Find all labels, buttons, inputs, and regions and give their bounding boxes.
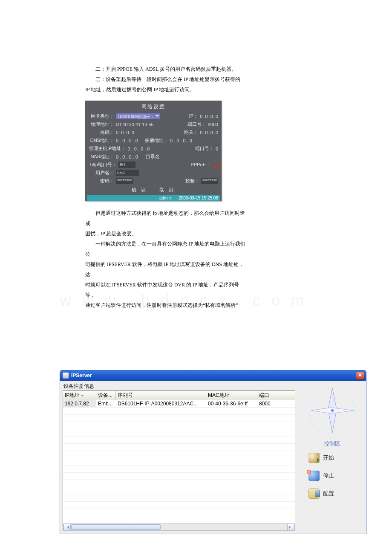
stop-label: 停止 [323,472,334,480]
value-admin-ip: 0 . 0 . 0 . 0 [127,146,150,151]
label-username: 用户名： [89,170,114,176]
cell-mac: 00-40-36-36-6e-ff [206,400,257,407]
pppoe-checkbox[interactable] [212,162,218,168]
col-serial[interactable]: 序列号 [116,391,206,400]
label-dir: 目录名： [145,153,164,160]
col-port[interactable]: 端口 [257,391,276,400]
cell-device: Emb... [96,400,116,407]
http-port-input[interactable]: 80 [118,162,135,168]
label-admin-ip: 管理主机IP地址： [89,145,126,152]
col-ip-label: IP地址 [65,392,80,398]
h-scrollbar[interactable] [63,523,295,531]
label-verify: 校验： [180,178,199,184]
device-table: IP地址 设备... 序列号 MAC地址 端口 192.0.7.82 Emb..… [63,390,295,531]
config-icon [308,489,320,499]
config-button[interactable]: 配置 [299,486,365,501]
table-row[interactable]: 192.0.7.82 Emb... DS6101HF-IP-A002008031… [63,400,295,408]
ipserver-window: IPServer ✕ 设备注册信息 IP地址 设备... 序列号 MAC地址 端… [60,370,366,534]
scroll-right-button[interactable] [287,524,294,530]
cell-serial: DS6101HF-IP-A0020080312AAC... [116,400,206,407]
control-panel: 控制区 开始 停止 配置 [298,381,366,534]
username-input[interactable]: test [116,170,139,176]
label-gateway: 网关： [179,129,198,136]
paragraph: 困扰，IP 总是会改变。 [85,228,247,239]
value-ip: 0. 0. 0. 0 [200,114,218,119]
document-page: 二：开启 PPPOE 输入 ADSL 拨号的用户名密码然后重起机器。 三：设备重… [0,0,392,551]
verify-input[interactable]: ******** [201,178,218,184]
panel-title: 网络设置 [87,102,220,112]
col-device[interactable]: 设备... [96,391,116,400]
label-http-port: http端口号： [89,162,117,168]
label-admin-port: 端口号： [194,145,214,152]
value-mask: 0. 0. 0. 0 [116,130,134,135]
label-dns: DNS地址： [89,137,114,144]
paragraph: 但是通过这种方式获得的 ip 地址是动态的，那么会给用户访问时造成 [85,208,247,228]
stop-button[interactable]: 停止 [299,468,365,483]
paragraph: IP 地址，然后通过拨号的公网 IP 地址进行访问。 [85,84,247,95]
label-port: 端口号： [187,121,206,127]
svg-point-3 [331,409,334,412]
label-nas: NAS地址： [89,153,114,160]
col-mac[interactable]: MAC地址 [206,391,257,400]
value-multicast: 0 . 0 . 0 . 0 [170,138,192,143]
paragraph: 三：设备重起后等待一段时间那么会在 IP 地址处显示拨号获得的 [85,74,247,84]
cell-ip: 192.0.7.82 [63,400,96,407]
stop-icon [308,471,320,481]
control-section-title: 控制区 [299,440,365,448]
app-icon [63,373,69,379]
status-time: 2006-03-15 15:25:08 [179,196,218,200]
scroll-track[interactable] [71,524,287,530]
network-settings-panel: 网络设置 网卡类型： 10M/100M自适应： IP： 0. 0. 0. 0 物… [85,101,222,201]
confirm-button[interactable]: 确 认 [132,187,147,192]
compass-icon [303,383,362,438]
window-title: IPServer [71,373,92,379]
watermark-text: www.bdocx.com [34,292,341,309]
cell-port: 8000 [257,400,276,407]
label-password: 密码： [89,178,114,184]
value-admin-port: 0 [216,146,218,151]
start-icon [308,453,320,463]
status-user: admin [159,196,171,200]
label-ip: IP： [179,113,198,119]
col-ip[interactable]: IP地址 [63,391,96,400]
cancel-button[interactable]: 取 消 [159,187,175,192]
value-mac: 00:40:30:41:13:e5 [116,122,154,127]
scroll-thumb[interactable] [71,524,161,530]
label-multicast: 多播地址： [145,137,168,144]
sort-icon [81,395,84,398]
intro-text-block: 二：开启 PPPOE 输入 ADSL 拨号的用户名密码然后重起机器。 三：设备重… [85,64,247,95]
config-label: 配置 [323,490,334,497]
close-button[interactable]: ✕ [356,372,364,379]
nic-type-select[interactable]: 10M/100M自适应： [116,113,160,119]
panel-status-bar: admin 2006-03-15 15:25:08 [87,195,220,201]
value-dns: 0 . 0 . 0 . 0 [116,138,138,143]
label-pppoe: PPPoE： [191,162,210,168]
table-header: IP地址 设备... 序列号 MAC地址 端口 [63,391,295,400]
start-button[interactable]: 开始 [299,450,365,465]
titlebar[interactable]: IPServer ✕ [60,370,366,381]
value-gateway: 0. 0. 0. 0 [200,130,218,135]
group-title: 设备注册信息 [63,382,295,390]
password-input[interactable]: ******** [116,178,133,184]
value-port: 8000 [208,122,218,127]
label-mac: 物理地址： [89,121,114,127]
scroll-left-button[interactable] [63,524,71,530]
label-nic-type: 网卡类型： [89,113,114,119]
paragraph: 二：开启 PPPOE 输入 ADSL 拨号的用户名密码然后重起机器。 [85,64,247,74]
value-nas: 0 . 0 . 0 . 0 [116,154,138,159]
paragraph: 司提供的 IPSERVER 软件，将电脑 IP 地址填写进设备的 DNS 地址处… [85,259,247,280]
start-label: 开始 [323,454,334,462]
label-mask: 掩码： [89,129,114,136]
paragraph: 一种解决的方法是，在一台具有公网静态 IP 地址的电脑上运行我们公 [85,239,247,259]
